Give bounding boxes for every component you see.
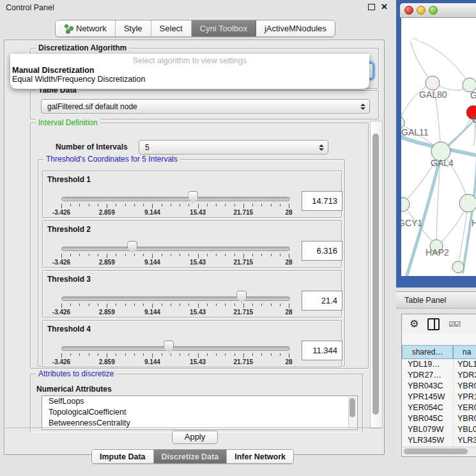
table-row[interactable]: YER054CYER0 <box>402 403 476 413</box>
threshold-value-field[interactable]: 11.344 <box>302 341 342 360</box>
table-row[interactable]: YDL19…YDL1 <box>402 359 476 370</box>
threshold-value-field[interactable]: 6.316 <box>302 241 342 261</box>
tab-impute-data[interactable]: Impute Data <box>92 450 154 463</box>
network-graph: GAL80GACGAL11GAL4GCY1HHAP2 <box>401 18 476 276</box>
slider-tick <box>134 204 135 206</box>
threshold-panel-4: Threshold 4-3.4262.8599.14415.4321.71528… <box>42 320 342 367</box>
slider-track[interactable] <box>61 346 290 351</box>
tab-label: jActiveMNodules <box>265 24 326 33</box>
numerical-attributes-label: Numerical Attributes <box>36 385 112 394</box>
slider-tick-label: 21.715 <box>223 209 264 216</box>
gear-icon[interactable]: ⚙ <box>410 319 418 329</box>
slider-thumb[interactable] <box>236 291 247 303</box>
number-of-intervals-select[interactable]: 5 <box>139 140 328 155</box>
slider-tick <box>243 204 244 208</box>
table-row[interactable]: YDR27…YDR2 <box>402 370 476 381</box>
apply-button[interactable]: Apply <box>172 431 218 444</box>
network-node[interactable] <box>426 76 440 90</box>
slider-tick-label: -3.426 <box>41 259 82 266</box>
table-cell: YER0 <box>453 403 476 413</box>
threshold-value-field[interactable]: 14.713 <box>302 191 342 211</box>
table-data-select[interactable]: galFiltered.sif default node <box>41 99 370 114</box>
select-columns-icon[interactable]: ☑☑ <box>449 320 460 328</box>
slider-tick <box>198 254 199 258</box>
table-column-header[interactable]: na <box>453 345 476 359</box>
tab-discretize-data[interactable]: Discretize Data <box>154 450 227 463</box>
cyni-toolbox-pane: Discretization Algorithm Select algorith… <box>4 40 385 455</box>
slider-tick-label: 9.144 <box>132 309 173 316</box>
slider-tick-label: -3.426 <box>41 209 82 216</box>
panel-vertical-scrollbar[interactable] <box>370 121 383 429</box>
attributes-list[interactable]: SelfLoopsTopologicalCoefficientBetweenne… <box>42 395 358 430</box>
table-row[interactable]: YLR345WYLR3 <box>402 435 476 446</box>
scrollbar-thumb[interactable] <box>404 449 468 454</box>
zoom-traffic-light-icon[interactable] <box>429 6 438 15</box>
network-edge[interactable] <box>413 38 470 85</box>
slider-track[interactable] <box>61 197 290 201</box>
slider-track[interactable] <box>61 296 290 301</box>
tab-select[interactable]: Select <box>151 20 192 36</box>
slider-tick <box>280 254 280 256</box>
table-row[interactable]: YBR045CYBR0 <box>402 413 476 424</box>
slider-thumb[interactable] <box>188 191 198 203</box>
algorithm-option[interactable]: Manual Discretization <box>10 66 369 75</box>
table-row[interactable]: YBR043CYBR0 <box>402 381 476 392</box>
network-window-titlebar[interactable] <box>400 3 476 18</box>
tab-network[interactable]: Network <box>56 20 116 36</box>
algorithm-options: Manual DiscretizationEqual Width/Frequen… <box>10 66 369 84</box>
slider-tick <box>107 303 107 308</box>
table-horizontal-scrollbar[interactable] <box>403 447 476 456</box>
network-node[interactable] <box>459 194 476 212</box>
slider-tick <box>198 303 199 308</box>
slider-tick <box>89 303 89 306</box>
attributes-list-scrollbar[interactable] <box>348 397 357 429</box>
close-traffic-light-icon[interactable] <box>404 6 413 15</box>
table-row[interactable]: YPR145WYPR1 <box>402 392 476 403</box>
network-node[interactable] <box>401 197 410 211</box>
attribute-list-item[interactable]: TopologicalCoefficient <box>42 407 357 418</box>
slider-tick <box>162 353 162 356</box>
tab-jactivemnodules[interactable]: jActiveMNodules <box>256 20 335 36</box>
table-cell: YDL19… <box>402 359 453 370</box>
slider-track[interactable] <box>61 247 290 251</box>
slider-tick <box>261 204 262 206</box>
discretization-algorithm-title: Discretization Algorithm <box>36 43 129 52</box>
slider-tick <box>198 353 199 358</box>
slider-tick <box>134 303 135 306</box>
table-row[interactable]: YBL079WYBL0 <box>402 424 476 435</box>
slider-tick <box>234 303 235 306</box>
threshold-value-field[interactable]: 21.4 <box>302 291 342 311</box>
slider-tick <box>70 353 71 356</box>
tab-cyni-toolbox[interactable]: Cyni Toolbox <box>192 20 256 36</box>
table-column-header[interactable]: shared… <box>402 345 453 359</box>
slider-tick <box>61 254 62 258</box>
slider-tick <box>243 303 244 308</box>
columns-icon[interactable] <box>427 318 440 330</box>
table-cell: YPR1 <box>453 392 476 403</box>
slider-tick <box>216 254 217 256</box>
control-panel: Control Panel ✕ NetworkStyleSelectCyni T… <box>0 0 393 476</box>
float-window-icon[interactable] <box>368 4 375 10</box>
minimize-traffic-light-icon[interactable] <box>417 6 426 15</box>
algorithm-option[interactable]: Equal Width/Frequency Discretization <box>10 75 369 84</box>
threshold-label: Threshold 2 <box>47 225 91 234</box>
slider-tick <box>125 254 126 256</box>
attribute-list-item[interactable]: SelfLoops <box>42 396 357 407</box>
close-icon[interactable]: ✕ <box>381 3 388 11</box>
slider-tick <box>234 254 235 256</box>
tab-label: Select <box>160 24 183 33</box>
slider-tick <box>116 254 116 256</box>
network-canvas[interactable]: GAL80GACGAL11GAL4GCY1HHAP2 <box>401 18 476 276</box>
network-node[interactable] <box>452 261 464 273</box>
slider-tick <box>79 204 80 206</box>
scrollbar-thumb[interactable] <box>372 134 379 415</box>
tab-infer-network[interactable]: Infer Network <box>227 450 293 463</box>
slider-thumb[interactable] <box>127 241 137 253</box>
network-view-window: GAL80GACGAL11GAL4GCY1HHAP2 <box>396 0 476 288</box>
slider-tick <box>271 353 272 356</box>
slider-tick <box>216 353 217 356</box>
slider-tick <box>207 303 208 306</box>
slider-thumb[interactable] <box>164 341 174 353</box>
tab-label: Style <box>124 24 142 33</box>
tab-style[interactable]: Style <box>116 20 151 36</box>
